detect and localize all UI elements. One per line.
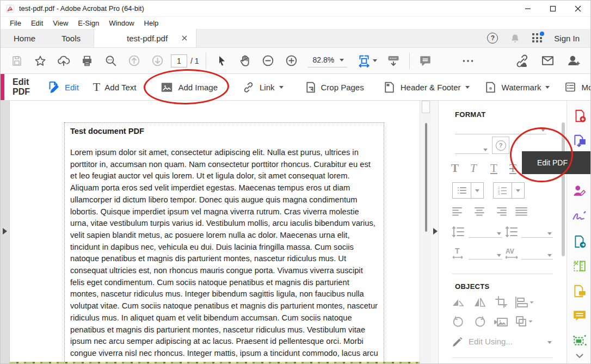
share-for-review-icon[interactable] bbox=[567, 230, 591, 253]
watermark-dropdown-button[interactable]: Watermark bbox=[484, 81, 550, 94]
collapse-panel-icon[interactable] bbox=[433, 228, 438, 235]
page-fit-dropdown[interactable] bbox=[354, 51, 380, 71]
search-button[interactable] bbox=[101, 51, 120, 71]
document-scrollbar[interactable] bbox=[420, 101, 432, 364]
maximize-button[interactable] bbox=[540, 1, 565, 17]
crop-pages-button[interactable]: Crop Pages bbox=[303, 81, 364, 94]
notification-dot bbox=[540, 32, 544, 36]
apps-grid-icon[interactable] bbox=[532, 33, 542, 43]
create-pdf-icon[interactable] bbox=[567, 104, 591, 127]
close-window-button[interactable] bbox=[565, 1, 590, 17]
window-controls bbox=[515, 1, 590, 17]
zoom-in-button[interactable] bbox=[282, 51, 301, 71]
share-link-icon[interactable] bbox=[514, 53, 530, 69]
add-image-button[interactable]: Add Image bbox=[160, 81, 218, 94]
menu-esign[interactable]: E-Sign bbox=[73, 18, 104, 28]
hand-tool-button[interactable] bbox=[235, 51, 255, 71]
zoom-level-dropdown[interactable]: 82.8% bbox=[307, 54, 348, 67]
align-objects-dropdown[interactable] bbox=[515, 297, 533, 309]
page-number-input[interactable] bbox=[171, 54, 187, 67]
numbered-list-dropdown[interactable]: 123 bbox=[493, 182, 525, 199]
arrange-objects-dropdown[interactable] bbox=[515, 316, 533, 328]
align-left-button[interactable] bbox=[452, 207, 464, 217]
hide-toolbar-button[interactable] bbox=[384, 51, 403, 71]
strikethrough-button[interactable]: T bbox=[509, 162, 516, 175]
text-tool-icon: T bbox=[93, 81, 100, 93]
header-footer-dropdown-button[interactable]: Header & Footer bbox=[383, 81, 470, 94]
export-pdf-icon[interactable] bbox=[567, 129, 591, 152]
paragraph-spacing-dropdown[interactable] bbox=[521, 227, 553, 238]
link-dropdown-button[interactable]: Link bbox=[242, 81, 284, 94]
sign-in-button[interactable]: Sign In bbox=[554, 34, 580, 43]
horizontal-scale-dropdown[interactable] bbox=[469, 249, 502, 260]
underline-button[interactable]: T bbox=[490, 162, 497, 175]
tab-document[interactable]: test-pdf.pdf bbox=[94, 29, 196, 47]
font-family-dropdown[interactable] bbox=[455, 124, 546, 134]
crop-resize-pages-icon[interactable] bbox=[567, 255, 591, 277]
share-with-people-icon[interactable] bbox=[566, 53, 581, 68]
more-label: More bbox=[581, 83, 591, 92]
edit-button[interactable]: Edit bbox=[46, 80, 79, 94]
scrollbar-top-button[interactable] bbox=[422, 101, 430, 113]
previous-page-button[interactable] bbox=[124, 51, 144, 71]
link-label: Link bbox=[260, 83, 275, 92]
fill-and-sign-icon[interactable] bbox=[567, 205, 591, 227]
menu-window[interactable]: Window bbox=[104, 18, 139, 28]
replace-image-button[interactable] bbox=[494, 316, 508, 328]
align-center-button[interactable] bbox=[473, 207, 485, 217]
request-signatures-icon[interactable] bbox=[567, 180, 591, 202]
menu-help[interactable]: Help bbox=[139, 18, 164, 28]
zoom-out-button[interactable] bbox=[258, 51, 278, 71]
share-cloud-button[interactable] bbox=[54, 51, 73, 71]
add-text-button[interactable]: T Add Text bbox=[93, 81, 137, 93]
flip-vertical-button[interactable] bbox=[473, 297, 487, 309]
more-tools-ellipsis-button[interactable] bbox=[458, 51, 478, 71]
bold-button[interactable]: T bbox=[451, 162, 459, 175]
line-spacing-dropdown[interactable] bbox=[469, 227, 502, 238]
comment-bubble-icon[interactable] bbox=[567, 305, 591, 328]
chevron-down-icon[interactable] bbox=[547, 341, 552, 344]
edit-using-label[interactable]: Edit Using... bbox=[469, 337, 513, 346]
next-page-button[interactable] bbox=[147, 51, 167, 71]
chevron-down-icon bbox=[279, 86, 284, 89]
menu-view[interactable]: View bbox=[48, 18, 73, 28]
bullet-list-dropdown[interactable] bbox=[452, 182, 484, 199]
document-comments-icon[interactable] bbox=[567, 280, 591, 303]
menu-file[interactable]: File bbox=[5, 18, 26, 28]
print-button[interactable] bbox=[77, 51, 97, 71]
flip-horizontal-button[interactable] bbox=[452, 297, 465, 309]
scrollbar-thumb[interactable] bbox=[425, 123, 427, 232]
rotate-counterclockwise-button[interactable] bbox=[452, 316, 465, 329]
character-spacing-dropdown[interactable] bbox=[521, 249, 553, 260]
email-icon[interactable] bbox=[540, 53, 555, 68]
panel-scrollbar-thumb[interactable] bbox=[562, 122, 565, 256]
select-tool-button[interactable] bbox=[212, 51, 231, 71]
tab-home[interactable]: Home bbox=[1, 29, 48, 47]
page-count-label: / 1 bbox=[190, 57, 199, 65]
star-favorite-button[interactable] bbox=[30, 51, 50, 71]
title-bar: test-pdf.pdf - Adobe Acrobat Pro (64-bit… bbox=[1, 1, 590, 17]
editable-text-box[interactable]: Test document PDF Lorem ipsum dolor sit … bbox=[64, 122, 384, 364]
window-title: test-pdf.pdf - Adobe Acrobat Pro (64-bit… bbox=[19, 4, 144, 13]
panel-divider bbox=[452, 357, 553, 358]
numbered-list-icon: 123 bbox=[494, 183, 512, 198]
menu-edit[interactable]: Edit bbox=[26, 18, 48, 28]
italic-button[interactable]: T bbox=[470, 162, 477, 175]
rotate-clockwise-button[interactable] bbox=[473, 316, 487, 329]
close-tab-icon[interactable] bbox=[182, 35, 187, 41]
help-icon[interactable]: ? bbox=[487, 33, 498, 44]
minimize-button[interactable] bbox=[515, 1, 540, 17]
scan-ocr-icon[interactable] bbox=[567, 330, 591, 353]
align-right-button[interactable] bbox=[495, 207, 507, 217]
save-button[interactable] bbox=[7, 51, 27, 71]
notifications-bell-icon[interactable] bbox=[510, 33, 520, 44]
tab-tools[interactable]: Tools bbox=[48, 29, 94, 47]
font-help-button[interactable]: ? bbox=[492, 137, 509, 154]
expand-nav-pane-icon[interactable] bbox=[3, 228, 7, 235]
font-size-dropdown[interactable] bbox=[455, 143, 489, 154]
align-justify-button[interactable] bbox=[515, 207, 527, 217]
comment-button[interactable] bbox=[415, 51, 435, 71]
more-dropdown-button[interactable]: More bbox=[564, 81, 591, 94]
crop-object-button[interactable] bbox=[495, 296, 507, 308]
more-tools-chevron-icon[interactable] bbox=[567, 350, 591, 362]
